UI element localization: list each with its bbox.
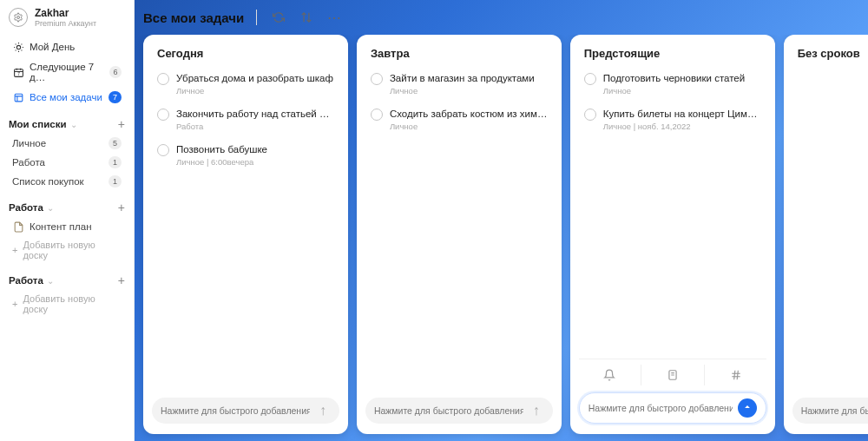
nav: Мой День7Следующие 7 д…6Все мои задачи7 [9, 36, 125, 108]
sun-icon [12, 41, 24, 53]
quick-add[interactable]: ↑ [152, 398, 339, 424]
column-title: Без сроков [784, 35, 868, 69]
expand-icon[interactable]: ↑ [529, 403, 544, 418]
add-icon[interactable]: + [118, 118, 125, 130]
task-row[interactable]: Купить билеты на концерт ЦиммераЛичное |… [584, 104, 761, 140]
section-head[interactable]: Работа⌄+ [9, 201, 125, 214]
checkbox[interactable] [157, 144, 169, 156]
nav-next7[interactable]: 7Следующие 7 д…6 [9, 57, 125, 87]
gear-icon [13, 12, 23, 23]
nav-allmytasks[interactable]: Все мои задачи7 [9, 87, 125, 108]
task-row[interactable]: Убраться дома и разобрать шкафЛичное [157, 69, 334, 104]
more-icon[interactable]: ⋯ [325, 8, 344, 27]
list-label: Личное [12, 138, 46, 148]
task-title: Подготовить черновики статей [603, 72, 761, 85]
quick-add[interactable]: ↑ [365, 398, 553, 424]
checkbox[interactable] [371, 73, 383, 85]
list-badge: 1 [108, 156, 122, 168]
people-icon: ⌄ [47, 203, 54, 213]
list-label: Работа [12, 157, 45, 168]
task-meta: Личное [603, 86, 761, 95]
checkbox[interactable] [371, 109, 383, 121]
task-title: Убраться дома и разобрать шкаф [176, 72, 334, 85]
task-meta: Личное [390, 86, 548, 95]
list-item[interactable]: Личное5 [9, 134, 125, 153]
task-row[interactable]: Сходить забрать костюм из химчи…Личное [371, 104, 548, 140]
svg-text:7: 7 [17, 71, 20, 76]
list-item[interactable]: Работа1 [9, 153, 125, 172]
bell-icon[interactable] [597, 365, 621, 385]
svg-point-0 [17, 16, 20, 19]
nav-badge: 7 [108, 91, 122, 103]
title-block: Все мои задачи ⋯ [143, 8, 344, 27]
add-label: Добавить новую доску [23, 293, 122, 314]
checkbox[interactable] [584, 73, 596, 85]
task-title: Позвонить бабушке [176, 143, 334, 156]
task-row[interactable]: Зайти в магазин за продуктамиЛичное [371, 69, 548, 104]
column-footer: ↑ [784, 391, 868, 434]
note-icon[interactable] [661, 365, 685, 385]
column-title: Сегодня [143, 35, 348, 69]
column-footer: ↑ [143, 391, 348, 434]
refresh-icon[interactable] [269, 8, 288, 27]
quick-add-input[interactable] [161, 405, 310, 416]
nav-myday[interactable]: Мой День [9, 36, 125, 57]
plus-icon: + [12, 299, 17, 309]
quick-add-input[interactable] [801, 405, 868, 416]
main: Все мои задачи ⋯ СегодняУбраться дома и … [135, 0, 868, 441]
user-sub: Premium Аккаунт [35, 19, 96, 28]
doc-icon [12, 220, 24, 233]
quick-add-input[interactable] [374, 405, 523, 416]
nav-label: Все мои задачи [30, 92, 102, 102]
columns: СегодняУбраться дома и разобрать шкафЛич… [135, 35, 868, 441]
checkbox[interactable] [157, 73, 169, 85]
sort-icon[interactable] [297, 8, 316, 27]
quick-add-input[interactable] [589, 403, 733, 413]
task-row[interactable]: Позвонить бабушкеЛичное | 6:00вечера [157, 140, 334, 175]
task-list: Зайти в магазин за продуктамиЛичноеСходи… [357, 69, 562, 391]
section-head[interactable]: Работа⌄+ [9, 274, 125, 286]
column-upcoming: ПредстоящиеПодготовить черновики статейЛ… [570, 35, 775, 434]
task-meta: Личное | нояб. 14,2022 [603, 122, 761, 131]
people-icon: ⌄ [70, 120, 77, 129]
column-footer [570, 385, 775, 434]
task-title: Сходить забрать костюм из химчи… [390, 108, 548, 121]
add-icon[interactable]: + [118, 201, 125, 214]
add-board[interactable]: +Добавить новую доску [9, 236, 125, 264]
checkbox[interactable] [584, 109, 596, 121]
topbar: Все мои задачи ⋯ [135, 5, 868, 35]
plus-icon: + [12, 245, 17, 255]
user-name: Zakhar [35, 7, 96, 19]
quick-add[interactable]: ↑ [792, 398, 868, 424]
list-item[interactable]: Контент план [9, 217, 125, 236]
column-footer: ↑ [357, 391, 562, 434]
hash-icon[interactable] [724, 365, 748, 385]
task-row[interactable]: Подготовить черновики статейЛичное [584, 69, 761, 104]
add-icon[interactable]: + [118, 274, 125, 286]
quick-add[interactable] [579, 392, 766, 424]
column-tomorrow: ЗавтраЗайти в магазин за продуктамиЛично… [357, 35, 562, 434]
send-button[interactable] [738, 398, 757, 418]
list-badge: 1 [108, 175, 122, 188]
list-label: Контент план [30, 221, 91, 232]
calendar-icon: 7 [12, 66, 24, 78]
list-item[interactable]: Список покупок1 [9, 172, 125, 191]
task-meta: Личное [390, 122, 548, 131]
page-title: Все мои задачи [143, 10, 244, 25]
task-list: Подготовить черновики статейЛичноеКупить… [570, 69, 775, 359]
task-row[interactable]: Закончить работу над статьей для …Работа [157, 104, 334, 140]
layers-icon [12, 91, 24, 103]
task-list [784, 69, 868, 391]
user-block[interactable]: Zakhar Premium Аккаунт [9, 7, 125, 28]
task-meta: Личное | 6:00вечера [176, 157, 334, 167]
add-label: Добавить новую доску [23, 240, 122, 260]
section-head[interactable]: Мои списки⌄+ [9, 118, 125, 130]
expand-icon[interactable]: ↑ [315, 403, 331, 418]
add-board[interactable]: +Добавить новую доску [9, 290, 125, 318]
task-title: Купить билеты на концерт Циммера [603, 108, 761, 121]
svg-point-1 [16, 45, 20, 49]
task-meta: Работа [176, 122, 334, 131]
checkbox[interactable] [157, 109, 169, 121]
action-row [579, 359, 766, 385]
svg-line-11 [737, 371, 738, 380]
